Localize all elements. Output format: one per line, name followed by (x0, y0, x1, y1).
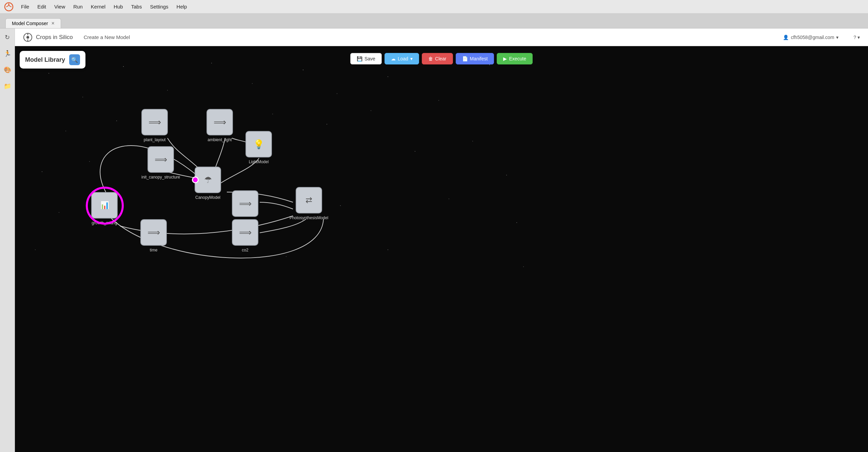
app-body: ↻ 🏃 🎨 📁 Crops in Silico Create a New Mod… (0, 29, 868, 452)
node-init-canopy-label: init_canopy_structure (141, 175, 180, 180)
save-button[interactable]: 💾 Save (350, 53, 382, 64)
node-light-model-label: LightModel (249, 159, 269, 164)
node-temperature-box: ⟹ (232, 190, 258, 217)
execute-button[interactable]: ▶ Execute (497, 53, 533, 64)
svg-point-21 (42, 171, 42, 172)
node-plant-layout-box: ⟹ (141, 109, 168, 135)
user-email: cfh5058@gmail.com (791, 35, 834, 40)
execute-icon: ▶ (503, 56, 507, 61)
user-icon: 👤 (783, 35, 789, 40)
menu-run[interactable]: Run (70, 2, 86, 11)
menu-file[interactable]: File (18, 2, 33, 11)
node-init-canopy[interactable]: ⟹ init_canopy_structure (141, 146, 180, 180)
svg-point-30 (35, 249, 36, 250)
node-canopy-model-label: CanopyModel (195, 195, 220, 200)
clear-icon: 🗑 (428, 56, 433, 61)
svg-point-27 (340, 205, 341, 206)
manifest-icon: 📄 (462, 56, 468, 61)
user-menu[interactable]: 👤 cfh5058@gmail.com ▾ (783, 35, 839, 40)
node-co2[interactable]: ⟹ co2 (232, 219, 258, 252)
node-plant-layout-label: plant_layout (144, 137, 166, 142)
topnav: Crops in Silico Create a New Model 👤 cfh… (15, 29, 868, 46)
canvas-toolbar: 💾 Save ☁ Load ▾ 🗑 Clear 📄 Manifest (350, 53, 533, 64)
user-dropdown-icon: ▾ (836, 35, 839, 40)
app-logo (4, 2, 14, 12)
help-button[interactable]: ? ▾ (853, 35, 860, 40)
load-button[interactable]: ☁ Load ▾ (384, 53, 419, 64)
menu-help[interactable]: Help (173, 2, 191, 11)
execute-label: Execute (509, 56, 526, 61)
tab-model-composer[interactable]: Model Composer × (5, 18, 61, 28)
model-library-search-button[interactable]: 🔍 (69, 54, 80, 65)
menu-settings[interactable]: Settings (146, 2, 172, 11)
node-canopy-model-box: ☂ (195, 167, 221, 193)
node-canopy-model[interactable]: ☂ CanopyModel (195, 167, 221, 200)
sidebar: ↻ 🏃 🎨 📁 (0, 29, 15, 452)
manifest-label: Manifest (470, 56, 488, 61)
svg-point-32 (286, 256, 287, 257)
svg-point-22 (89, 161, 90, 162)
svg-point-2 (26, 36, 29, 39)
node-growth-mlang-label: growth_mlang (92, 221, 117, 225)
model-library-panel: Model Library 🔍 (20, 51, 85, 69)
node-photosynthesis[interactable]: ⇄ PhotosynthesisModel (290, 187, 328, 220)
svg-point-16 (65, 131, 66, 131)
node-co2-box: ⟹ (232, 219, 258, 246)
node-temperature[interactable]: ⟹ temperature (232, 190, 258, 224)
node-time[interactable]: ⟹ time (140, 219, 167, 252)
svg-point-7 (123, 66, 124, 67)
menu-kernel[interactable]: Kernel (87, 2, 109, 11)
brand-icon (23, 33, 33, 42)
node-light-model-box: 💡 (245, 131, 272, 157)
node-light-model[interactable]: 💡 LightModel (245, 131, 272, 164)
menu-tabs[interactable]: Tabs (128, 2, 145, 11)
svg-point-25 (506, 175, 507, 175)
svg-point-13 (388, 76, 388, 77)
main-area: Crops in Silico Create a New Model 👤 cfh… (15, 29, 868, 452)
svg-point-11 (303, 70, 303, 70)
sidebar-icon-run[interactable]: 🏃 (2, 48, 13, 59)
svg-point-9 (211, 63, 212, 63)
tab-close-button[interactable]: × (52, 21, 55, 26)
node-time-box: ⟹ (140, 219, 167, 246)
svg-point-5 (48, 73, 49, 74)
svg-point-12 (337, 93, 337, 94)
svg-point-28 (449, 199, 449, 199)
brand-title: Crops in Silico (36, 34, 73, 41)
node-photosynthesis-label: PhotosynthesisModel (290, 215, 328, 220)
model-library-title: Model Library (25, 56, 65, 63)
svg-point-34 (523, 266, 524, 267)
node-growth-mlang-box: 📊 (91, 192, 118, 219)
node-co2-label: co2 (242, 248, 248, 252)
menu-hub[interactable]: Hub (110, 2, 126, 11)
svg-point-24 (472, 141, 473, 142)
clear-label: Clear (435, 56, 446, 61)
manifest-button[interactable]: 📄 Manifest (456, 53, 494, 64)
create-new-model-link[interactable]: Create a New Model (84, 34, 130, 40)
node-ambient-light[interactable]: ⟹ ambient_light (206, 109, 233, 142)
clear-button[interactable]: 🗑 Clear (422, 53, 453, 64)
svg-point-20 (371, 110, 371, 111)
menu-edit[interactable]: Edit (34, 2, 50, 11)
menu-view[interactable]: View (51, 2, 68, 11)
canopy-port-left[interactable] (192, 176, 199, 183)
sidebar-icon-palette[interactable]: 🎨 (2, 64, 13, 75)
load-dropdown-icon: ▾ (410, 56, 413, 61)
node-growth-mlang[interactable]: 📊 growth_mlang (91, 192, 118, 225)
load-label: Load (398, 56, 408, 61)
svg-point-18 (272, 114, 273, 114)
sidebar-icon-refresh[interactable]: ↻ (2, 32, 13, 43)
svg-point-26 (59, 212, 59, 213)
help-icon: ? ▾ (853, 35, 860, 40)
save-icon: 💾 (357, 56, 362, 61)
sidebar-icon-folder[interactable]: 📁 (2, 81, 13, 92)
canvas-background[interactable]: ⟹ plant_layout ⟹ ambient_light 💡 L (15, 46, 868, 452)
node-ambient-light-label: ambient_light (208, 137, 232, 142)
load-icon: ☁ (391, 56, 396, 61)
svg-point-17 (116, 120, 117, 121)
tab-title: Model Composer (12, 21, 48, 26)
node-plant-layout[interactable]: ⟹ plant_layout (141, 109, 168, 142)
tabbar: Model Composer × (0, 14, 868, 29)
svg-point-33 (388, 249, 388, 250)
svg-point-23 (415, 151, 415, 152)
